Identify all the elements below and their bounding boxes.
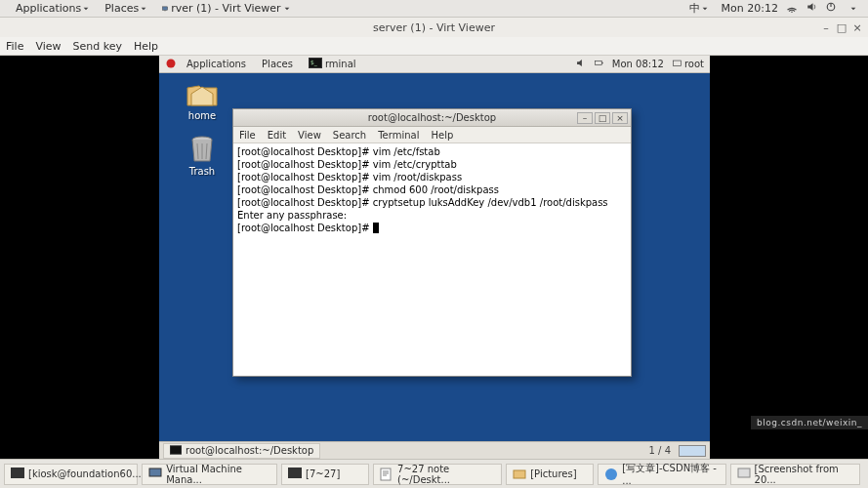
host-top-panel: Applications Places rver (1) - Virt View… bbox=[0, 0, 868, 18]
input-method-indicator[interactable]: 中 bbox=[683, 0, 714, 17]
svg-rect-10 bbox=[595, 61, 601, 64]
host-taskbar-item[interactable]: 7~27 note (~/Deskt... bbox=[373, 464, 502, 485]
guest-top-panel: Applications Places $_ rminal Mon 08:12 … bbox=[159, 56, 710, 73]
terminal-title: root@localhost:~/Desktop bbox=[368, 112, 496, 123]
home-label: home bbox=[188, 110, 216, 121]
host-taskbar-item[interactable]: [Screenshot from 20... bbox=[730, 464, 860, 485]
task-label: [Screenshot from 20... bbox=[755, 464, 853, 485]
virt-viewer-stage: Applications Places $_ rminal Mon 08:12 … bbox=[0, 56, 868, 459]
virt-viewer-menubar: File View Send key Help bbox=[0, 37, 868, 56]
svg-rect-11 bbox=[601, 62, 602, 63]
svg-point-6 bbox=[167, 59, 176, 67]
guest-volume-icon[interactable] bbox=[575, 58, 586, 70]
system-menu[interactable] bbox=[845, 5, 862, 13]
guest-battery-icon[interactable] bbox=[594, 58, 604, 70]
guest-places-menu[interactable]: Places bbox=[256, 58, 299, 70]
close-button[interactable]: × bbox=[852, 22, 862, 32]
svg-text:$_: $_ bbox=[310, 59, 318, 66]
maximize-button[interactable]: □ bbox=[837, 22, 847, 32]
terminal-window: root@localhost:~/Desktop – □ × File Edit… bbox=[232, 108, 632, 377]
host-taskbar-item[interactable]: [写文章]-CSDN博客 - ... bbox=[598, 464, 725, 485]
terminal-icon bbox=[170, 445, 182, 457]
guest-applications-menu[interactable]: Applications bbox=[181, 58, 252, 70]
guest-desktop: Applications Places $_ rminal Mon 08:12 … bbox=[159, 56, 710, 459]
svg-rect-21 bbox=[288, 468, 302, 478]
viewer-menu-view[interactable]: View bbox=[35, 40, 61, 53]
virt-viewer-titlebar: server (1) - Virt Viewer – □ × bbox=[0, 18, 868, 37]
terminal-line: [root@localhost Desktop]# chmod 600 /roo… bbox=[237, 183, 627, 196]
terminal-cursor bbox=[373, 223, 379, 233]
guest-clock[interactable]: Mon 08:12 bbox=[612, 59, 664, 69]
host-clock[interactable]: Mon 20:12 bbox=[722, 2, 778, 15]
guest-bottom-panel: root@localhost:~/Desktop 1 / 4 bbox=[159, 441, 710, 459]
task-app-icon bbox=[604, 468, 618, 481]
host-taskbar-item[interactable]: [7~27] bbox=[281, 464, 369, 485]
term-minimize-button[interactable]: – bbox=[577, 112, 593, 124]
term-menu-view[interactable]: View bbox=[298, 130, 321, 141]
host-taskbar-item[interactable]: [Pictures] bbox=[506, 464, 594, 485]
task-label: [写文章]-CSDN博客 - ... bbox=[622, 462, 719, 486]
svg-rect-25 bbox=[738, 468, 750, 477]
svg-rect-18 bbox=[171, 446, 181, 454]
minimize-button[interactable]: – bbox=[821, 22, 831, 32]
terminal-line: [root@localhost Desktop]# vim /etc/fstab bbox=[237, 145, 627, 158]
guest-taskbar-item[interactable]: root@localhost:~/Desktop bbox=[163, 443, 320, 459]
viewer-menu-file[interactable]: File bbox=[6, 40, 23, 53]
terminal-icon: $_ bbox=[309, 58, 322, 70]
host-taskbar-item[interactable]: [kiosk@foundation60... bbox=[4, 464, 138, 485]
host-taskbar-item[interactable]: Virtual Machine Mana... bbox=[142, 464, 277, 485]
workspace-switcher[interactable] bbox=[679, 445, 706, 457]
term-close-button[interactable]: × bbox=[612, 112, 628, 124]
term-menu-terminal[interactable]: Terminal bbox=[378, 130, 419, 141]
guest-active-window[interactable]: $_ rminal bbox=[303, 57, 362, 71]
term-maximize-button[interactable]: □ bbox=[595, 112, 610, 124]
guest-desktop-icons: home Trash bbox=[185, 79, 220, 177]
svg-point-3 bbox=[791, 12, 793, 14]
term-menu-help[interactable]: Help bbox=[431, 130, 453, 141]
svg-point-24 bbox=[605, 468, 617, 480]
terminal-titlebar[interactable]: root@localhost:~/Desktop – □ × bbox=[233, 109, 631, 127]
redhat-logo-icon bbox=[165, 58, 177, 71]
power-icon[interactable] bbox=[825, 1, 837, 16]
task-app-icon bbox=[737, 468, 751, 481]
task-app-icon bbox=[380, 468, 393, 481]
active-window-menu[interactable]: rver (1) - Virt Viewer bbox=[156, 1, 295, 16]
svg-rect-1 bbox=[163, 7, 168, 10]
task-label: [Pictures] bbox=[530, 468, 576, 479]
viewer-menu-sendkey[interactable]: Send key bbox=[73, 40, 122, 53]
svg-rect-19 bbox=[11, 468, 24, 478]
svg-rect-12 bbox=[673, 61, 681, 66]
terminal-line: [root@localhost Desktop]# bbox=[237, 222, 627, 234]
svg-rect-20 bbox=[149, 468, 161, 476]
viewer-menu-help[interactable]: Help bbox=[134, 40, 158, 53]
host-bottom-panel: [kiosk@foundation60...Virtual Machine Ma… bbox=[0, 459, 868, 488]
network-icon[interactable] bbox=[786, 1, 798, 16]
terminal-body[interactable]: [root@localhost Desktop]# vim /etc/fstab… bbox=[233, 143, 631, 376]
volume-icon[interactable] bbox=[806, 1, 817, 16]
places-menu[interactable]: Places bbox=[99, 1, 152, 16]
terminal-line: [root@localhost Desktop]# cryptsetup luk… bbox=[237, 196, 627, 209]
task-app-icon bbox=[11, 468, 24, 481]
task-app-icon bbox=[148, 468, 162, 481]
workspace-indicator[interactable]: 1 / 4 bbox=[649, 445, 671, 456]
task-label: [kiosk@foundation60... bbox=[28, 468, 142, 479]
trash-label: Trash bbox=[189, 166, 215, 177]
trash-icon[interactable]: Trash bbox=[185, 135, 220, 177]
terminal-line: Enter any passphrase: bbox=[237, 209, 627, 222]
terminal-line: [root@localhost Desktop]# vim /root/disk… bbox=[237, 171, 627, 183]
guest-user-menu[interactable]: root bbox=[672, 59, 704, 69]
task-label: [7~27] bbox=[306, 468, 340, 479]
term-menu-edit[interactable]: Edit bbox=[268, 130, 286, 141]
term-menu-search[interactable]: Search bbox=[333, 130, 366, 141]
task-app-icon bbox=[288, 468, 302, 481]
task-label: 7~27 note (~/Deskt... bbox=[397, 464, 495, 485]
applications-menu[interactable]: Applications bbox=[10, 1, 95, 16]
task-label: Virtual Machine Mana... bbox=[166, 464, 270, 485]
virt-viewer-title: server (1) - Virt Viewer bbox=[373, 21, 495, 34]
terminal-line: [root@localhost Desktop]# vim /etc/crypt… bbox=[237, 158, 627, 171]
task-app-icon bbox=[513, 468, 526, 481]
watermark-text: blog.csdn.net/weixin_ bbox=[751, 416, 868, 429]
home-folder-icon[interactable]: home bbox=[185, 79, 220, 121]
term-menu-file[interactable]: File bbox=[239, 130, 256, 141]
virt-viewer-icon bbox=[162, 2, 168, 15]
